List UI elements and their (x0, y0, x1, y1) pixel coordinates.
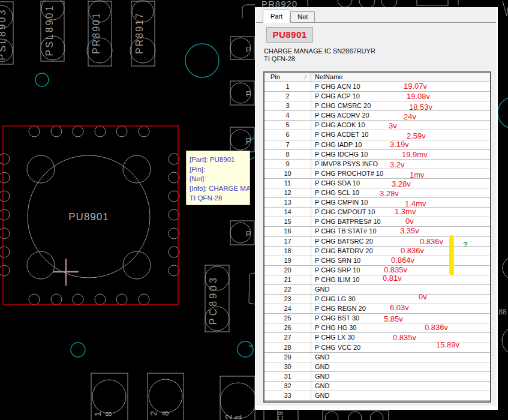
pin-number-cell: 28 (264, 343, 311, 352)
table-row[interactable]: 23P CHG LG 30 (264, 295, 490, 304)
table-row[interactable]: 4P CHG ACDRV 20 (264, 111, 490, 121)
tab-bar: Part Net (256, 9, 496, 23)
silkscreen-label: PC8903 (208, 275, 218, 325)
pin-table-body: 1P CHG ACN 102P CHG ACP 103P CHG CMSRC 2… (264, 82, 490, 401)
table-row[interactable]: 9P IMVP8 PSYS INFO (264, 160, 490, 169)
silkscreen-label: PR8917 (134, 12, 145, 54)
pin-number-cell: 27 (264, 333, 311, 342)
pin-number-cell: 11 (264, 179, 311, 188)
pin-number-cell: 20 (264, 266, 311, 275)
netname-column-header[interactable]: NetName (311, 73, 490, 82)
pin-number-cell: 33 (264, 391, 311, 400)
table-row[interactable]: 27P CHG LX 30 (264, 333, 490, 343)
table-row[interactable]: 16P CHG TB STAT# 10 (264, 227, 490, 236)
netname-cell: P CHG LX 30 (311, 333, 490, 342)
table-row[interactable]: 33GND (264, 391, 490, 401)
tab-part-label: Part (270, 13, 282, 20)
tab-net[interactable]: Net (290, 11, 315, 22)
table-row[interactable]: 30GND (264, 362, 490, 372)
table-row[interactable]: 11P CHG SDA 10 (264, 179, 490, 188)
table-row[interactable]: 25P CHG BST 30 (264, 314, 490, 323)
table-row[interactable]: 20P CHG SRP 10 (264, 266, 490, 275)
table-row[interactable]: 3P CHG CMSRC 20 (264, 101, 490, 111)
netname-cell: P CHG LG 30 (311, 295, 490, 304)
part-ref-button[interactable]: PU8901 (266, 27, 313, 43)
tooltip-pin-line: [Pin]: (190, 164, 250, 174)
table-row[interactable]: 22GND (264, 285, 490, 295)
pin-number-cell: 10 (264, 169, 311, 178)
tooltip-package-line: TI QFN-28 (190, 193, 250, 203)
pin-number-cell: 25 (264, 314, 311, 323)
pin-number-cell: 5 (264, 121, 311, 130)
pin-column-header-label: Pin (270, 73, 280, 80)
table-row[interactable]: 14P CHG CMPOUT 10 (264, 208, 490, 217)
pin-number-cell: 3 (264, 101, 311, 110)
pin-number-cell: 6 (264, 130, 311, 139)
table-row[interactable]: 17P CHG BATSRC 20 (264, 237, 490, 247)
table-row[interactable]: 13P CHG CMPIN 10 (264, 198, 490, 208)
probe-cross-marker (53, 259, 79, 286)
pin-number-cell: 21 (264, 275, 311, 284)
netname-cell: GND (311, 372, 490, 381)
tooltip-info-line: [Info]: CHARGE MA (190, 184, 250, 193)
pin-number-cell: 12 (264, 188, 311, 197)
netname-column-header-label: NetName (315, 73, 342, 80)
table-row[interactable]: 28P CHG VCC 20 (264, 343, 490, 353)
silkscreen-label: 1 (233, 415, 243, 419)
netname-cell: P CHG PROCHOT# 10 (311, 169, 490, 178)
table-row[interactable]: 24P CHG REGN 20 (264, 304, 490, 314)
pin-number-cell: 22 (264, 285, 311, 294)
table-row[interactable]: 1P CHG ACN 10 (264, 82, 490, 92)
silkscreen-label: P (246, 89, 251, 98)
pin-number-cell: 2 (264, 92, 311, 101)
tooltip-net-line: [Net]: (190, 174, 250, 184)
netname-cell: GND (311, 353, 490, 362)
table-row[interactable]: 21P CHG ILIM 10 (264, 275, 490, 285)
silkscreen-label: 88 (498, 308, 507, 316)
silkscreen-label: 8 (103, 412, 113, 416)
netname-cell: P CHG BATSRC 20 (311, 237, 490, 246)
part-description-line1: CHARGE MANAGE IC SN2867RUYR (264, 47, 375, 55)
table-row[interactable]: 7P CHG IADP 10 (264, 140, 490, 150)
netname-cell: GND (311, 391, 490, 400)
pin-number-cell: 17 (264, 237, 311, 246)
inspector-panel: Part Net PU8901 CHARGE MANAGE IC SN2867R… (255, 7, 498, 410)
silkscreen-label: 1 (92, 412, 103, 416)
netname-cell: P CHG SDA 10 (311, 179, 490, 188)
table-row[interactable]: 15P CHG BATPRES# 10 (264, 217, 490, 227)
pin-number-cell: 7 (264, 140, 311, 149)
table-row[interactable]: 2P CHG ACP 10 (264, 92, 490, 101)
pin-table: Pin / NetName 1P CHG ACN 102P CHG ACP 10… (263, 71, 491, 403)
silkscreen-label: C8 (276, 410, 285, 420)
tab-net-label: Net (297, 13, 308, 20)
table-row[interactable]: 12P CHG SCL 10 (264, 188, 490, 198)
silkscreen-label: P (246, 229, 251, 238)
pin-number-cell: 14 (264, 208, 311, 217)
pin-column-header[interactable]: Pin / (264, 73, 311, 82)
netname-cell: P CHG REGN 20 (311, 304, 490, 313)
netname-cell: P CHG ACN 10 (311, 82, 490, 91)
pin-number-cell: 13 (264, 198, 311, 207)
table-row[interactable]: 29GND (264, 353, 490, 362)
netname-cell: P CHG BATPRES# 10 (311, 217, 490, 226)
silkscreen-label: 3 (248, 344, 253, 347)
table-row[interactable]: 5P CHG ACOK 10 (264, 121, 490, 130)
table-row[interactable]: 10P CHG PROCHOT# 10 (264, 169, 490, 179)
pin-number-cell: 9 (264, 160, 311, 169)
sort-indicator-icon: / (304, 73, 306, 82)
table-row[interactable]: 19P CHG SRN 10 (264, 256, 490, 266)
table-row[interactable]: 8P CHG IDCHG 10 (264, 150, 490, 160)
silkscreen-label: PSL8903 (0, 8, 7, 61)
netname-cell: P CHG IDCHG 10 (311, 150, 490, 159)
table-row[interactable]: 26P CHG HG 30 (264, 323, 490, 333)
netname-cell: P CHG VCC 20 (311, 343, 490, 352)
table-row[interactable]: 31GND (264, 372, 490, 382)
pin-number-cell: 30 (264, 362, 311, 371)
table-row[interactable]: 6P CHG ACDET 10 (264, 130, 490, 140)
tab-part[interactable]: Part (263, 10, 290, 23)
netname-cell: P CHG BST 30 (311, 314, 490, 323)
table-row[interactable]: 32GND (264, 382, 490, 391)
silkscreen-label: P (246, 136, 251, 145)
table-row[interactable]: 18P CHG BATDRV 20 (264, 247, 490, 256)
silkscreen-label: 2 (148, 411, 158, 416)
